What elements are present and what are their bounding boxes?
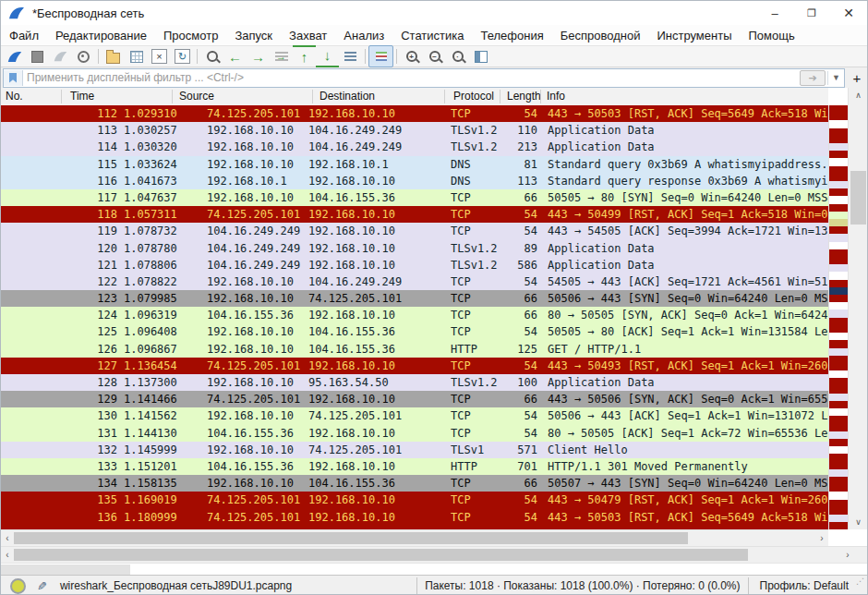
packet-row-129[interactable]: 1291.14146674.125.205.101192.168.10.10TC… — [1, 391, 828, 407]
add-filter-button[interactable]: + — [849, 69, 865, 86]
scroll-left-icon[interactable]: ‹ — [1, 547, 14, 563]
packet-row-134[interactable]: 1341.158135192.168.10.10104.16.155.36TCP… — [1, 475, 828, 492]
packet-row-124[interactable]: 1241.096319104.16.155.36192.168.10.10TCP… — [1, 307, 828, 323]
menu-item-телефония[interactable]: Телефония — [472, 27, 551, 44]
apply-filter-arrow-icon[interactable]: ➔ — [800, 70, 826, 86]
column-header-time[interactable]: Time — [70, 90, 94, 103]
packet-row-114[interactable]: 1141.030320192.168.10.10104.16.249.249TL… — [1, 139, 828, 155]
horizontal-scrollbar-thumb[interactable] — [14, 549, 748, 561]
cell-src: 104.16.249.249 — [202, 223, 306, 239]
packet-list-header[interactable]: No.TimeSourceDestinationProtocolLengthIn… — [1, 88, 828, 106]
column-separator[interactable] — [444, 90, 445, 103]
column-header-destination[interactable]: Destination — [319, 90, 375, 103]
restart-capture-icon[interactable] — [49, 46, 72, 67]
column-separator[interactable] — [61, 90, 62, 103]
go-first-packet-icon[interactable]: ↑ — [293, 45, 316, 67]
filter-bookmark-icon[interactable] — [4, 70, 23, 86]
horizontal-scrollbar-list[interactable]: ‹ › — [1, 529, 828, 546]
resize-grip-icon[interactable]: ⋰ — [856, 579, 865, 592]
packet-row-121[interactable]: 1211.078806104.16.249.249192.168.10.10TL… — [1, 257, 828, 273]
scroll-right-icon[interactable]: › — [815, 530, 828, 546]
packet-row-125[interactable]: 1251.096408192.168.10.10104.16.155.36TCP… — [1, 323, 828, 340]
profile-label[interactable]: Профиль: Default — [751, 577, 857, 594]
colorize-packets-icon[interactable] — [368, 45, 393, 67]
packet-row-135[interactable]: 1351.16901974.125.205.101192.168.10.10TC… — [1, 492, 828, 508]
vertical-scrollbar-thumb[interactable] — [850, 171, 866, 225]
menu-item-запуск[interactable]: Запуск — [226, 27, 281, 44]
vertical-scrollbar[interactable]: ∧ ∨ — [848, 88, 868, 529]
display-filter-input[interactable] — [23, 71, 800, 84]
menu-item-статистика[interactable]: Статистика — [392, 27, 472, 44]
packet-row-112[interactable]: 1121.02931074.125.205.101192.168.10.10TC… — [1, 105, 828, 122]
close-file-icon[interactable]: × — [148, 46, 171, 67]
minimize-button[interactable]: – — [756, 1, 793, 25]
cell-no: 118 — [1, 206, 121, 223]
packet-row-127[interactable]: 1271.13645474.125.205.101192.168.10.10TC… — [1, 358, 828, 374]
resize-columns-icon[interactable] — [469, 46, 492, 67]
packet-row-122[interactable]: 1221.078822192.168.10.10104.16.249.249TC… — [1, 273, 828, 290]
packet-row-118[interactable]: 1181.05731174.125.205.101192.168.10.10TC… — [1, 206, 828, 223]
go-back-icon[interactable]: ← — [223, 46, 247, 67]
filter-dropdown-caret-icon[interactable]: ▼ — [827, 71, 844, 85]
zoom-in-icon[interactable]: + — [400, 46, 423, 67]
menu-item-просмотр[interactable]: Просмотр — [155, 27, 226, 44]
packet-row-126[interactable]: 1261.096867192.168.10.10104.16.155.36HTT… — [1, 341, 828, 358]
capture-comment-pencil-icon[interactable]: ✎ — [37, 579, 47, 593]
find-packet-icon[interactable] — [200, 46, 223, 67]
horizontal-scrollbar-thumb[interactable] — [14, 532, 688, 544]
packet-row-131[interactable]: 1311.144130104.16.155.36192.168.10.10TCP… — [1, 425, 828, 442]
column-separator[interactable] — [172, 90, 173, 103]
column-separator[interactable] — [540, 90, 541, 103]
expert-info-icon[interactable] — [10, 578, 26, 594]
menu-item-редактирование[interactable]: Редактирование — [47, 27, 155, 44]
packet-row-113[interactable]: 1131.030257192.168.10.10104.16.249.249TL… — [1, 122, 828, 139]
auto-scroll-icon[interactable] — [339, 46, 362, 67]
menu-item-помощь[interactable]: Помощь — [741, 27, 803, 44]
menu-item-инструменты[interactable]: Инструменты — [648, 27, 740, 44]
menu-item-файл[interactable]: Файл — [1, 27, 47, 44]
capture-options-icon[interactable] — [72, 46, 95, 67]
go-last-packet-icon[interactable]: ↓ — [316, 45, 339, 67]
menu-item-беспроводной[interactable]: Беспроводной — [552, 27, 649, 44]
go-forward-icon[interactable]: → — [247, 46, 270, 67]
column-header-protocol[interactable]: Protocol — [453, 90, 494, 103]
close-button[interactable]: ✕ — [830, 1, 867, 25]
minimap-stripe — [829, 295, 848, 302]
save-file-icon[interactable] — [125, 46, 148, 67]
packet-row-117[interactable]: 1171.047637192.168.10.10104.16.155.36TCP… — [1, 189, 828, 206]
packet-minimap-scrollbar[interactable] — [828, 105, 848, 529]
column-header-source[interactable]: Source — [179, 90, 214, 103]
cell-src: 74.125.205.101 — [202, 509, 306, 526]
open-file-folder-icon[interactable] — [102, 46, 125, 67]
scroll-right-icon[interactable]: › — [841, 547, 854, 563]
column-separator[interactable] — [500, 90, 500, 103]
packet-row-128[interactable]: 1281.137300192.168.10.1095.163.54.50TLSv… — [1, 374, 828, 391]
reload-file-icon[interactable]: ↻ — [171, 46, 194, 67]
scroll-up-icon[interactable]: ∧ — [849, 88, 868, 103]
horizontal-scrollbar-lower[interactable]: ‹ › — [1, 546, 867, 563]
scroll-down-icon[interactable]: ∨ — [849, 515, 868, 529]
packet-row-120[interactable]: 1201.078780104.16.249.249192.168.10.10TL… — [1, 240, 828, 257]
go-to-packet-icon[interactable]: → — [270, 46, 293, 67]
column-header-info[interactable]: Info — [547, 90, 565, 103]
packet-row-130[interactable]: 1301.141562192.168.10.1074.125.205.101TC… — [1, 407, 828, 424]
start-capture-fin-icon[interactable] — [3, 46, 26, 67]
scroll-left-icon[interactable]: ‹ — [1, 530, 14, 546]
column-header-no[interactable]: No. — [6, 90, 23, 103]
menu-bar: ФайлРедактированиеПросмотрЗапускЗахватАн… — [1, 25, 867, 45]
packet-row-115[interactable]: 1151.033624192.168.10.10192.168.10.1DNS8… — [1, 156, 828, 173]
packet-row-136[interactable]: 1361.18099974.125.205.101192.168.10.10TC… — [1, 509, 828, 526]
stop-capture-icon[interactable] — [26, 46, 49, 67]
packet-row-132[interactable]: 1321.145999192.168.10.1074.125.205.101TL… — [1, 442, 828, 458]
zoom-out-icon[interactable]: − — [423, 46, 446, 67]
maximize-button[interactable]: ❐ — [793, 1, 830, 25]
packet-row-119[interactable]: 1191.078732104.16.249.249192.168.10.10TC… — [1, 223, 828, 239]
menu-item-захват[interactable]: Захват — [281, 27, 335, 44]
packet-row-133[interactable]: 1331.151201104.16.155.36192.168.10.10HTT… — [1, 458, 828, 475]
menu-item-анализ[interactable]: Анализ — [335, 27, 392, 44]
column-header-length[interactable]: Length — [507, 90, 541, 103]
packet-row-116[interactable]: 1161.041673192.168.10.1192.168.10.10DNS1… — [1, 173, 828, 189]
column-separator[interactable] — [312, 90, 313, 103]
zoom-normal-icon[interactable]: · — [446, 46, 469, 67]
packet-row-123[interactable]: 1231.079985192.168.10.1074.125.205.101TC… — [1, 290, 828, 307]
